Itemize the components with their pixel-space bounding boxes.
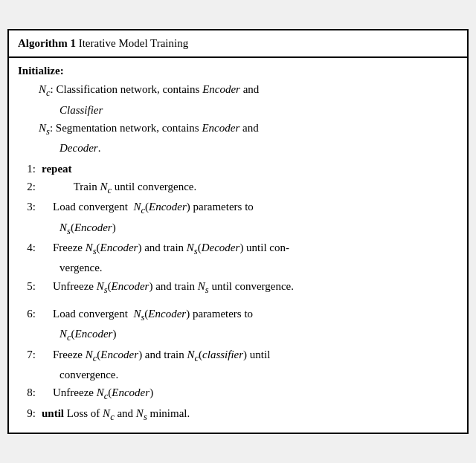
line-3: 3: Load convergent Nc(Encoder) parameter…: [18, 198, 458, 218]
line-num-6: 6:: [18, 305, 36, 323]
line-num-1: 1:: [18, 161, 36, 178]
algorithm-title: Iterative Model Training: [79, 37, 188, 49]
line-2: 2: Train Nc until convergence.: [18, 178, 458, 198]
line-4-content: Freeze Ns(Encoder) and train Ns(Decoder)…: [42, 239, 458, 259]
line-num-5: 5:: [18, 278, 36, 295]
line-9-content: until Loss of Nc and Ns minimal.: [42, 405, 458, 424]
nc-description-text: Nc: Classification network, contains Enc…: [39, 81, 458, 100]
line-num-9: 9:: [18, 405, 36, 422]
line-5: 5: Unfreeze Ns(Encoder) and train Ns unt…: [18, 278, 458, 297]
line-7-content: Freeze Nc(Encoder) and train Nc(classifi…: [42, 346, 458, 366]
line-7-wrap: convergence.: [18, 366, 458, 383]
line-8: 8: Unfreeze Nc(Encoder): [18, 384, 458, 404]
ns-description-wrap: Decoder.: [18, 140, 458, 157]
line-num-7: 7:: [18, 346, 36, 363]
ns-description-text: Ns: Segmentation network, contains Encod…: [39, 120, 458, 139]
line-num-4: 4:: [18, 239, 36, 256]
line-1: 1: repeat: [18, 161, 458, 178]
spacer-1: [18, 298, 458, 305]
line-num-2: 2:: [18, 178, 36, 195]
line-5-content: Unfreeze Ns(Encoder) and train Ns until …: [42, 278, 458, 297]
line-1-content: repeat: [42, 161, 458, 178]
line-num-8: 8:: [18, 384, 36, 401]
line-2-content: Train Nc until convergence.: [42, 178, 458, 198]
line-9: 9: until Loss of Nc and Ns minimal.: [18, 405, 458, 424]
nc-description: Nc: Classification network, contains Enc…: [18, 81, 458, 100]
algorithm-body: Initialize: Nc: Classification network, …: [9, 58, 467, 433]
line-6-wrap: Nc(Encoder): [18, 326, 458, 345]
line-3-wrap: Ns(Encoder): [18, 219, 458, 239]
initialize-label: Initialize:: [18, 62, 458, 80]
line-6-content: Load convergent Ns(Encoder) parameters t…: [42, 305, 458, 325]
algorithm-header: Algorithm 1 Iterative Model Training: [9, 30, 467, 58]
line-3-content: Load convergent Nc(Encoder) parameters t…: [42, 198, 458, 218]
line-6: 6: Load convergent Ns(Encoder) parameter…: [18, 305, 458, 325]
line-4-wrap: vergence.: [18, 259, 458, 276]
line-8-content: Unfreeze Nc(Encoder): [42, 384, 458, 404]
line-num-3: 3:: [18, 198, 36, 216]
nc-description-wrap: Classifier: [18, 102, 458, 119]
line-7: 7: Freeze Nc(Encoder) and train Nc(class…: [18, 346, 458, 366]
ns-description: Ns: Segmentation network, contains Encod…: [18, 120, 458, 139]
line-4: 4: Freeze Ns(Encoder) and train Ns(Decod…: [18, 239, 458, 259]
algorithm-label: Algorithm 1: [18, 37, 76, 49]
algorithm-box: Algorithm 1 Iterative Model Training Ini…: [7, 29, 469, 434]
